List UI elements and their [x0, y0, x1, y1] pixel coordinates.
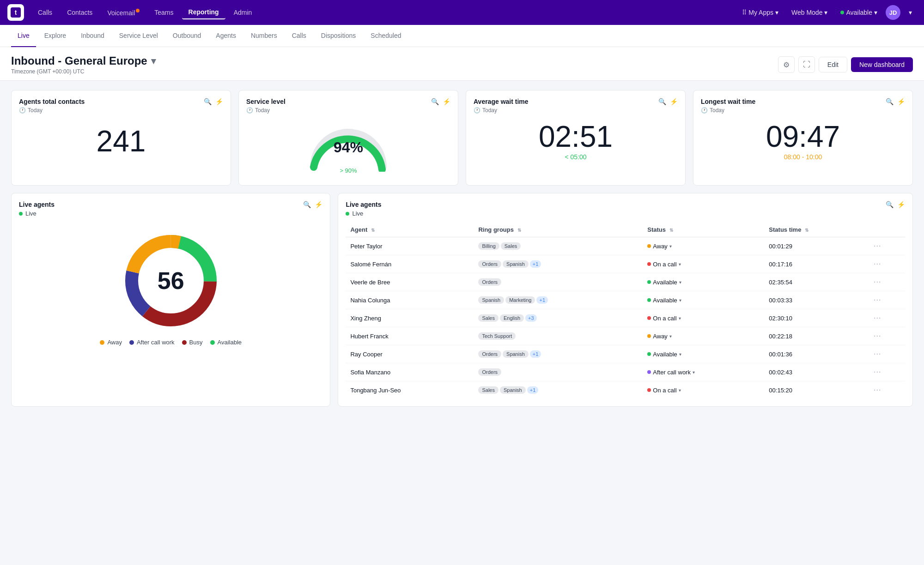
new-dashboard-button[interactable]: New dashboard [851, 57, 913, 72]
status-cell: Away ▾ [643, 327, 764, 345]
subnav-outbound[interactable]: Outbound [166, 25, 208, 47]
service-level-widget: Service level 🔍 ⚡ 🕐 Today [238, 90, 458, 186]
subnav-service-level[interactable]: Service Level [113, 25, 164, 47]
row-more-button[interactable]: ··· [874, 278, 881, 286]
app-logo[interactable]: t [7, 4, 24, 21]
service-level-filter-icon[interactable]: ⚡ [443, 98, 450, 105]
fullscreen-icon: ⛶ [803, 60, 810, 69]
nav-contacts[interactable]: Contacts [61, 6, 99, 19]
agents-total-search-icon[interactable]: 🔍 [204, 98, 212, 105]
live-agents-chart-filter-icon[interactable]: ⚡ [315, 201, 322, 208]
user-avatar[interactable]: JD [886, 5, 900, 20]
clock-icon-4: 🕐 [701, 107, 708, 114]
status-chevron-icon[interactable]: ▾ [679, 280, 681, 285]
subnav-calls[interactable]: Calls [286, 25, 313, 47]
row-actions-cell: ··· [869, 327, 905, 345]
subnav-explore[interactable]: Explore [38, 25, 73, 47]
ring-groups-sort-icon[interactable]: ⇅ [517, 228, 521, 233]
nav-voicemail[interactable]: Voicemail [101, 6, 146, 19]
top-navigation: t Calls Contacts Voicemail Teams Reporti… [0, 0, 924, 25]
avatar-chevron[interactable]: ▾ [904, 6, 917, 19]
live-dot-chart [19, 212, 23, 216]
status-chevron-icon[interactable]: ▾ [669, 334, 672, 339]
subnav-dispositions[interactable]: Dispositions [315, 25, 362, 47]
longest-wait-filter-icon[interactable]: ⚡ [897, 98, 905, 105]
row-more-button[interactable]: ··· [874, 296, 881, 304]
status-text: After call work [653, 369, 691, 376]
edit-button[interactable]: Edit [819, 57, 847, 72]
row-actions-cell: ··· [869, 381, 905, 399]
agents-total-filter-icon[interactable]: ⚡ [215, 98, 223, 105]
col-agent: Agent ⇅ [346, 222, 474, 237]
row-more-button[interactable]: ··· [874, 350, 881, 358]
avg-wait-filter-icon[interactable]: ⚡ [670, 98, 678, 105]
status-dot [647, 334, 651, 338]
subnav-inbound[interactable]: Inbound [74, 25, 111, 47]
row-more-button[interactable]: ··· [874, 242, 881, 250]
subnav-scheduled[interactable]: Scheduled [364, 25, 407, 47]
web-mode-chevron-icon: ▾ [824, 9, 827, 16]
title-dropdown-icon[interactable]: ▾ [151, 55, 156, 66]
status-dot [647, 370, 651, 374]
ring-group-tag: Tech Support [478, 332, 516, 340]
longest-wait-header: Longest wait time 🔍 ⚡ [701, 98, 905, 105]
ring-group-tag: Spanish [503, 350, 529, 358]
status-dot [647, 244, 651, 248]
ring-groups-cell: BillingSales [474, 237, 643, 255]
subnav-agents[interactable]: Agents [209, 25, 243, 47]
avg-wait-header: Average wait time 🔍 ⚡ [474, 98, 678, 105]
subnav-live[interactable]: Live [11, 25, 36, 47]
grid-icon-btn[interactable]: ⠿ My Apps ▾ [737, 6, 783, 19]
live-agents-chart-search-icon[interactable]: 🔍 [303, 201, 311, 208]
status-chevron-icon[interactable]: ▾ [679, 388, 681, 393]
nav-calls[interactable]: Calls [31, 6, 59, 19]
subnav-numbers[interactable]: Numbers [244, 25, 284, 47]
agent-name: Ray Cooper [346, 345, 474, 363]
status-sort-icon[interactable]: ⇅ [669, 228, 673, 233]
availability-btn[interactable]: Available ▾ [836, 6, 882, 19]
ring-group-tag: Sales [478, 386, 498, 394]
status-time-cell: 02:35:54 [764, 273, 869, 291]
row-more-button[interactable]: ··· [874, 260, 881, 268]
status-chevron-icon[interactable]: ▾ [679, 298, 681, 303]
fullscreen-button[interactable]: ⛶ [798, 56, 815, 73]
longest-wait-title: Longest wait time [701, 98, 755, 105]
live-agents-table-search-icon[interactable]: 🔍 [886, 201, 894, 208]
ring-group-tag: Orders [478, 350, 501, 358]
status-dot [647, 316, 651, 320]
status-chevron-icon[interactable]: ▾ [679, 262, 681, 267]
timezone-label: Timezone (GMT +00:00) UTC [11, 68, 156, 75]
settings-button[interactable]: ⚙ [778, 56, 795, 73]
agent-name: Salomé Fernán [346, 255, 474, 273]
ring-group-tag: Orders [478, 278, 501, 286]
live-agents-table-filter-icon[interactable]: ⚡ [897, 201, 905, 208]
nav-teams[interactable]: Teams [148, 6, 180, 19]
avg-wait-search-icon[interactable]: 🔍 [658, 98, 666, 105]
status-chevron-icon[interactable]: ▾ [679, 316, 681, 321]
ring-groups-cell: OrdersSpanish+1 [474, 345, 643, 363]
status-chevron-icon[interactable]: ▾ [669, 244, 672, 249]
page-title-wrap: Inbound - General Europe ▾ Timezone (GMT… [11, 54, 156, 75]
avg-wait-threshold: < 05:00 [474, 153, 678, 161]
longest-wait-search-icon[interactable]: 🔍 [886, 98, 894, 105]
web-mode-btn[interactable]: Web Mode ▾ [787, 6, 832, 19]
agent-sort-icon[interactable]: ⇅ [371, 228, 375, 233]
status-chevron-icon[interactable]: ▾ [693, 370, 695, 375]
row-more-button[interactable]: ··· [874, 332, 881, 340]
status-chevron-icon[interactable]: ▾ [679, 352, 681, 357]
table-row: Veerle de BreeOrdersAvailable ▾02:35:54·… [346, 273, 905, 291]
status-time-sort-icon[interactable]: ⇅ [805, 228, 808, 233]
status-time-cell: 00:17:16 [764, 255, 869, 273]
status-cell: Available ▾ [643, 273, 764, 291]
nav-reporting[interactable]: Reporting [182, 6, 225, 19]
row-more-button[interactable]: ··· [874, 314, 881, 322]
service-level-search-icon[interactable]: 🔍 [431, 98, 439, 105]
live-agents-chart-header: Live agents 🔍 ⚡ [19, 201, 322, 208]
status-cell: On a call ▾ [643, 255, 764, 273]
status-text: Away [653, 333, 668, 340]
gauge-container: 94% > 90% [246, 117, 450, 178]
nav-admin[interactable]: Admin [227, 6, 259, 19]
row-more-button[interactable]: ··· [874, 386, 881, 394]
sub-navigation: Live Explore Inbound Service Level Outbo… [0, 25, 924, 47]
row-more-button[interactable]: ··· [874, 368, 881, 376]
